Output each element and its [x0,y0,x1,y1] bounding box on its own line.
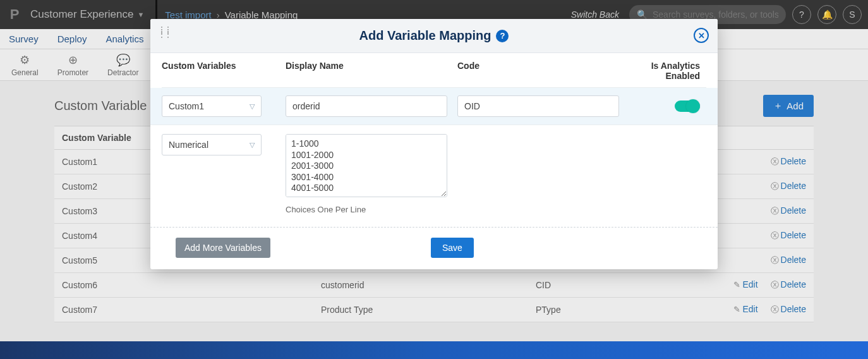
cell-dn: customerid [313,273,528,298]
cell-cd: PType [528,298,680,322]
gear-icon: ⚙ [20,53,30,67]
delete-icon: ⓧ [771,255,779,265]
table-row: Custom6customeridCID✎EditⓧDelete [54,273,814,298]
delete-icon: ⓧ [771,305,779,314]
nav-survey[interactable]: Survey [9,33,39,44]
delete-icon: ⓧ [771,206,779,216]
cell-cv: Custom6 [54,273,313,298]
bell-icon: 🔔 [822,9,833,20]
delete-link[interactable]: ⓧDelete [764,156,806,166]
delete-link[interactable]: ⓧDelete [764,205,806,216]
help-icon: ? [799,9,804,20]
tool-detractor[interactable]: 💬Detractor [107,53,138,77]
breadcrumb-parent[interactable]: Test import [165,9,211,20]
choices-helper-text: Choices One Per Line [286,205,457,214]
modal-header: ⋮⋮⋮⋮ Add Variable Mapping ? ✕ [150,19,718,53]
cell-actions: ✎EditⓧDelete [680,273,814,298]
code-field[interactable] [457,95,619,117]
pencil-icon: ✎ [733,305,740,314]
delete-link[interactable]: ⓧDelete [764,255,806,265]
edit-link[interactable]: ✎Edit [727,304,757,314]
mapping-row: Custom1 ▽ [150,88,718,125]
table-row: Custom7Product TypePType✎EditⓧDelete [54,298,814,322]
close-icon: ✕ [698,31,705,40]
delete-icon: ⓧ [771,280,779,289]
delete-icon: ⓧ [771,181,779,191]
edit-link[interactable]: ✎Edit [727,279,757,289]
delete-icon: ⓧ [771,157,779,166]
footer-bar [0,341,868,359]
workspace-dropdown[interactable]: Customer Experience ▼ [29,8,148,21]
delete-link[interactable]: ⓧDelete [764,279,806,289]
switch-back-link[interactable]: Switch Back [571,9,619,20]
cell-cv: Custom7 [54,298,313,322]
workspace-name: Customer Experience [30,8,133,21]
plus-icon: ＋ [773,100,783,112]
avatar-initial: S [849,9,855,20]
drag-handle-icon[interactable]: ⋮⋮⋮⋮ [158,28,171,37]
custom-variable-select[interactable]: Custom1 ▽ [162,95,262,117]
chat-icon: 💬 [116,53,130,67]
caret-down-icon: ▼ [137,11,144,18]
delete-link[interactable]: ⓧDelete [764,230,806,240]
add-variable-modal: ⋮⋮⋮⋮ Add Variable Mapping ? ✕ Custom Var… [150,19,718,269]
modal-title: Add Variable Mapping [359,28,491,43]
tool-promoter[interactable]: ⊕Promoter [57,53,88,77]
search-icon: 🔍 [637,9,648,20]
breadcrumb-separator: › [217,9,220,20]
hdr-code: Code [457,61,629,81]
search-input[interactable] [653,9,778,20]
hdr-analytics-enabled: Is Analytics Enabled [629,61,706,81]
delete-link[interactable]: ⓧDelete [764,181,806,191]
chevron-down-icon: ▽ [250,102,255,111]
tool-general[interactable]: ⚙General [11,53,39,77]
help-button[interactable]: ? [792,5,811,24]
delete-link[interactable]: ⓧDelete [764,304,806,314]
pencil-icon: ✎ [733,280,740,289]
avatar-button[interactable]: S [843,5,862,24]
modal-column-headers: Custom Variables Display Name Code Is An… [162,53,706,88]
hdr-custom-variables: Custom Variables [162,61,286,81]
cell-dn: Product Type [313,298,528,322]
save-button[interactable]: Save [431,238,474,258]
cell-cd: CID [528,273,680,298]
type-select[interactable]: Numerical ▽ [162,134,262,155]
help-icon[interactable]: ? [496,30,509,42]
display-name-field[interactable] [286,95,447,117]
delete-icon: ⓧ [771,231,779,240]
nav-deploy[interactable]: Deploy [57,33,87,44]
notifications-button[interactable]: 🔔 [817,5,836,24]
nav-analytics[interactable]: Analytics [105,33,143,44]
close-button[interactable]: ✕ [694,28,709,43]
choices-textarea[interactable] [286,134,447,197]
cell-actions: ✎EditⓧDelete [680,298,814,322]
app-logo: P [0,0,29,29]
add-more-variables-button[interactable]: Add More Variables [176,238,270,258]
divider [150,227,718,228]
plus-bubble-icon: ⊕ [68,53,78,67]
modal-button-row: Add More Variables Save [162,238,706,258]
breadcrumb-current: Variable Mapping [225,9,298,20]
type-row: Numerical ▽ Choices One Per Line [162,125,706,221]
add-button[interactable]: ＋Add [763,95,814,117]
hdr-display-name: Display Name [286,61,457,81]
chevron-down-icon: ▽ [250,141,255,149]
page-title: Custom Variable [54,99,147,113]
analytics-toggle[interactable] [675,100,700,112]
